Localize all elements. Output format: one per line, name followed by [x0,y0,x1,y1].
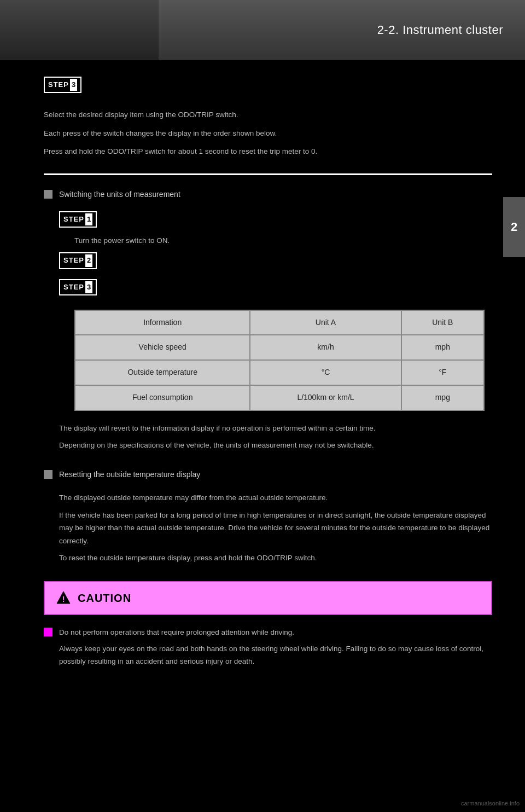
table-header-unit-b: Unit B [401,310,484,335]
section2-container: Resetting the outside temperature displa… [44,468,492,565]
step-label-2: STEP [63,254,84,266]
section1-note1: The display will revert to the informati… [59,422,492,435]
section2-text1: The displayed outside temperature may di… [59,491,492,504]
step3-row: STEP 3 [59,279,492,302]
caution-text-block: Do not perform operations that require p… [59,626,492,668]
table-cell: L/100km or km/L [250,385,401,410]
step1-row: STEP 1 Turn the power switch to ON. [59,211,492,247]
caution-box: ! CAUTION [44,581,492,615]
body-text-3: Press and hold the ODO/TRIP switch for a… [44,145,492,158]
step-num-1: 1 [85,213,92,225]
section2-bullet [44,470,52,479]
step-badge-1: STEP 1 [59,211,97,228]
section2-text2: If the vehicle has been parked for a lon… [59,509,492,548]
caution-icon: ! [56,590,71,606]
table-cell: °F [401,360,484,385]
table-cell: mpg [401,385,484,410]
table-cell: Vehicle speed [75,335,250,360]
caution-bullet [44,628,52,636]
section2-heading: Resetting the outside temperature displa… [59,468,200,482]
header-bar: 2-2. Instrument cluster [0,0,525,60]
table-cell: mph [401,335,484,360]
step-label-3: STEP [63,281,84,293]
footer-watermark: carmanualsonline.info [461,800,520,807]
table-cell: Fuel consumption [75,385,250,410]
header-title: 2-2. Instrument cluster [377,23,503,37]
step-badge-3-top: STEP 3 [44,77,81,93]
step-num-2: 2 [85,254,92,266]
caution-bullet-row: Do not perform operations that require p… [44,626,492,668]
steps-group: STEP 1 Turn the power switch to ON. STEP… [59,211,492,411]
header-left-panel [0,0,159,60]
table-header-information: Information [75,310,250,335]
table-cell: km/h [250,335,401,360]
step-label-3-top: STEP [48,79,69,91]
caution-label: CAUTION [78,589,131,607]
step-num-3-top: 3 [70,79,77,91]
section1-heading: Switching the units of measurement [59,188,180,201]
svg-text:!: ! [62,595,65,604]
table-cell: °C [250,360,401,385]
unit-table: Information Unit A Unit B Vehicle speedk… [74,310,485,411]
step-badge-2: STEP 2 [59,252,97,269]
section2-header: Resetting the outside temperature displa… [44,468,492,482]
section1-header: Switching the units of measurement [44,188,492,201]
table-cell: Outside temperature [75,360,250,385]
caution-content: Do not perform operations that require p… [44,626,492,668]
step1-text: Turn the power switch to ON. [74,234,492,247]
caution-text1: Do not perform operations that require p… [59,626,492,639]
step-num-3: 3 [85,281,92,293]
section1-bullet [44,190,52,199]
main-content: STEP 3 Select the desired display item u… [0,60,525,694]
step3-top-badge: STEP 3 [44,77,492,100]
section-divider [44,173,492,175]
body-text-1: Select the desired display item using th… [44,108,492,121]
section1-note2: Depending on the specifications of the v… [59,439,492,452]
table-header-unit-a: Unit A [250,310,401,335]
section2-text3: To reset the outside temperature display… [59,552,492,565]
step2-row: STEP 2 [59,252,492,275]
body-text-2: Each press of the switch changes the dis… [44,127,492,140]
side-tab-number: 2 [511,220,517,234]
step-badge-3: STEP 3 [59,279,97,295]
side-tab: 2 [503,197,525,257]
caution-text2: Always keep your eyes on the road and bo… [59,642,492,668]
step-label-1: STEP [63,213,84,225]
